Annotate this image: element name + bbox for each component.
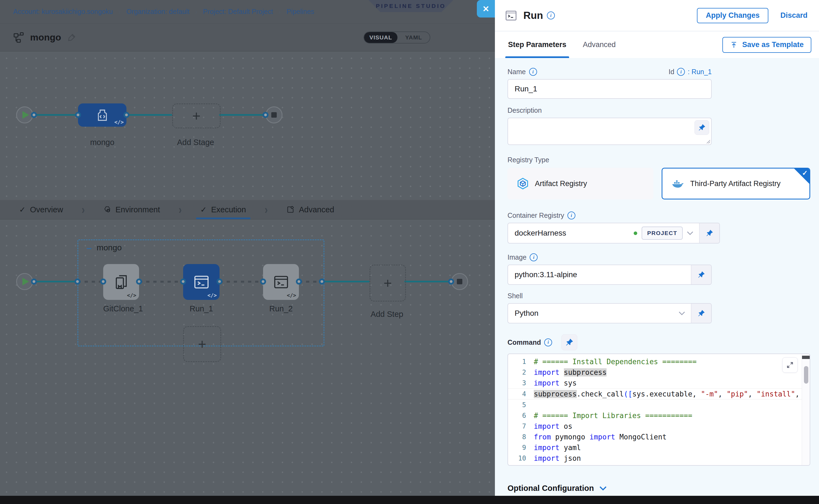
name-input[interactable] [508, 79, 712, 99]
container-registry-field[interactable]: dockerHarness PROJECT [508, 223, 720, 244]
stage-node-mongo[interactable]: </> [78, 103, 126, 127]
info-icon[interactable]: i [547, 11, 555, 19]
connector-port [100, 279, 106, 285]
breadcrumb-account[interactable]: Account: kurosakiichigo.songoku [13, 8, 113, 16]
optional-configuration-toggle[interactable]: Optional Configuration [508, 484, 810, 493]
breadcrumb-project[interactable]: Project: Default Project [203, 8, 273, 16]
code-lines: 1# ====== Install Dependencies ========2… [508, 356, 810, 464]
artifact-registry-card[interactable]: Artifact Registry [508, 168, 653, 199]
add-stage-button[interactable]: + [172, 103, 221, 128]
code-line[interactable]: 10import json [508, 453, 810, 464]
description-textarea[interactable] [508, 118, 712, 145]
code-line[interactable]: 7import os [508, 421, 810, 431]
chevron-down-icon[interactable] [678, 311, 685, 315]
step-node-run2[interactable]: </> [263, 264, 299, 300]
chevron-down-icon[interactable] [687, 231, 694, 235]
command-code-editor[interactable]: 1# ====== Install Dependencies ========2… [508, 354, 810, 466]
tab-advanced-label: Advanced [299, 205, 334, 214]
toggle-visual[interactable]: VISUAL [364, 32, 397, 43]
command-label-text: Command [508, 338, 541, 346]
code-line[interactable]: 1# ====== Install Dependencies ======== [508, 356, 810, 367]
name-label-text: Name [508, 68, 526, 76]
image-field[interactable]: python:3.11-alpine [508, 265, 712, 285]
step-label-gitclone: GitClone_1 [103, 304, 139, 313]
shell-select[interactable]: Python [508, 303, 712, 323]
connector-line [126, 114, 172, 116]
breadcrumb-organization[interactable]: Organization: default [126, 8, 189, 16]
add-stage-label: Add Stage [172, 138, 219, 147]
close-panel-button[interactable]: ✕ [477, 0, 495, 18]
pin-icon [706, 230, 713, 237]
pipeline-studio-badge: PIPELINE STUDIO [368, 0, 453, 12]
third-party-registry-card-selected[interactable]: Third-Party Artifact Registry ✓ [662, 168, 810, 199]
resize-handle[interactable] [705, 138, 711, 144]
collapse-group-icon[interactable]: – [86, 243, 92, 252]
step-node-gitclone[interactable]: </> [103, 264, 139, 300]
step-group-header[interactable]: – mongo [86, 243, 122, 252]
shell-label-text: Shell [508, 292, 523, 300]
tab-step-parameters[interactable]: Step Parameters [508, 31, 567, 58]
toggle-yaml[interactable]: YAML [397, 32, 430, 43]
code-line[interactable]: 4subprocess.check_call([sys.executable, … [508, 388, 810, 399]
info-icon[interactable]: i [677, 68, 685, 76]
connector-line-dotted [139, 281, 183, 283]
info-icon[interactable]: i [568, 212, 575, 219]
code-line[interactable]: 5 [508, 399, 810, 410]
code-line[interactable]: 3import sys [508, 378, 810, 388]
code-line[interactable]: 9import yaml [508, 442, 810, 453]
add-step-button[interactable]: + [369, 265, 406, 302]
expand-editor-button[interactable] [782, 357, 798, 373]
execution-canvas[interactable]: – mongo </> </> [0, 219, 495, 496]
name-field-label: Name i [508, 68, 537, 76]
tab-overview[interactable]: ✓ Overview [16, 200, 66, 219]
code-line[interactable]: 2import subprocess [508, 367, 810, 378]
code-badge-icon: </> [287, 292, 296, 298]
breadcrumb-separator: › [118, 7, 121, 16]
tab-step-advanced[interactable]: Advanced [582, 31, 616, 58]
save-as-template-label: Save as Template [742, 40, 804, 49]
editor-scrollbar[interactable] [802, 354, 810, 465]
play-icon [22, 111, 29, 119]
container-registry-label: Container Registry i [508, 212, 810, 219]
info-icon[interactable]: i [529, 68, 537, 76]
line-number: 9 [508, 444, 534, 451]
info-icon[interactable]: i [544, 338, 552, 346]
add-step-below-button[interactable]: + [183, 326, 221, 362]
stop-icon [271, 112, 277, 118]
panel-body[interactable]: Name i Id i : Run_1 Description [495, 58, 819, 496]
line-number: 3 [508, 379, 534, 387]
edit-pipeline-name-icon[interactable] [67, 33, 76, 42]
step-node-run1-selected[interactable]: </> [183, 264, 219, 300]
tab-advanced[interactable]: Advanced [283, 200, 337, 219]
apply-changes-button[interactable]: Apply Changes [697, 8, 768, 23]
chevron-right-icon: › [265, 203, 268, 217]
runtime-input-pin-button[interactable] [562, 334, 577, 350]
description-field-label: Description [508, 106, 810, 114]
save-as-template-button[interactable]: Save as Template [722, 37, 811, 53]
discard-button[interactable]: Discard [780, 11, 808, 20]
execution-start-node[interactable] [16, 273, 33, 290]
play-icon [22, 278, 29, 285]
selected-check-icon: ✓ [802, 169, 808, 177]
pipeline-start-node[interactable] [16, 106, 33, 123]
scrollbar-thumb[interactable] [804, 366, 808, 384]
shell-field-label: Shell [508, 292, 810, 300]
connector-port [75, 112, 81, 118]
runtime-input-pin-button[interactable] [691, 265, 711, 284]
runtime-input-pin-button[interactable] [695, 120, 709, 135]
tab-environment[interactable]: Environment [101, 200, 163, 219]
breadcrumb-pipelines[interactable]: Pipelines [286, 8, 314, 16]
code-line[interactable]: 8from pymongo import MongoClient [508, 431, 810, 442]
code-line[interactable]: 6# ====== Import Libraries =========== [508, 410, 810, 421]
pin-icon [698, 124, 705, 131]
git-clone-icon [113, 274, 130, 291]
runtime-input-pin-button[interactable] [691, 304, 711, 323]
info-icon[interactable]: i [530, 253, 538, 261]
tab-execution[interactable]: ✓ Execution [198, 200, 249, 219]
connector-line-dotted [299, 281, 322, 283]
runtime-input-pin-button[interactable] [699, 223, 719, 243]
add-step-label: Add Step [364, 310, 410, 319]
connector-line-dotted [77, 281, 103, 283]
stage-canvas[interactable]: </> + mongo Add Stage [0, 52, 495, 200]
plus-icon: + [192, 109, 200, 123]
